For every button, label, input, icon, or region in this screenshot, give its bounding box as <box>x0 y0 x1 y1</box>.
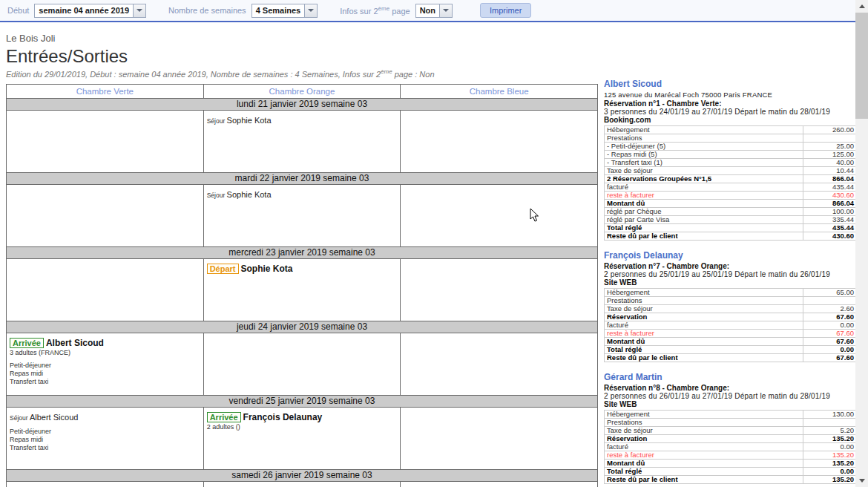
scroll-down-icon[interactable] <box>855 474 868 487</box>
arrivee-badge: Arrivée <box>207 412 241 422</box>
billing-label: Hébergement <box>605 411 803 419</box>
day-header-row: mardi 22 janvier 2019 semaine 03 <box>7 172 598 184</box>
guest-name: Sophie Kota <box>227 190 272 199</box>
billing-value: 0.00 <box>803 443 857 451</box>
occupants-text: 3 adultes (FRANCE) <box>10 349 200 357</box>
weeks-select[interactable]: 4 Semaines <box>251 4 318 18</box>
client-name: Gérard Martin <box>604 372 857 382</box>
calendar-cell <box>401 258 598 321</box>
infos-select[interactable]: Non <box>415 4 453 18</box>
billing-row: réglé par Carte Visa335.44 <box>605 216 857 224</box>
billing-row: Montant dû67.60 <box>605 338 857 346</box>
sejour-prefix: Séjour <box>207 117 227 125</box>
services-list: Petit-déjeunerRepas midiTransfert taxi <box>10 428 200 452</box>
booking-source: Booking.com <box>604 116 857 124</box>
guest-line: ArrivéeFrançois Delaunay <box>207 410 398 423</box>
billing-value: 10.44 <box>803 167 857 175</box>
billing-value: 430.60 <box>803 232 857 241</box>
sejour-prefix: Séjour <box>207 192 227 199</box>
print-button[interactable]: Imprimer <box>480 3 531 18</box>
billing-value: 25.00 <box>803 143 857 151</box>
guest-name: François Delaunay <box>243 412 323 422</box>
occupants-text: 2 adultes () <box>207 423 398 431</box>
service-item: Repas midi <box>10 370 200 378</box>
billing-label: Prestations <box>605 297 803 305</box>
chevron-down-icon[interactable] <box>439 4 452 17</box>
guest-name: Albert Sicoud <box>46 338 104 348</box>
billing-row: 2 Réservations Groupées N°1,5866.04 <box>605 175 857 183</box>
day-header: mardi 22 janvier 2019 semaine 03 <box>7 172 598 184</box>
billing-row: Hébergement65.00 <box>605 289 857 297</box>
chevron-down-icon[interactable] <box>133 4 145 17</box>
billing-label: Montant dû <box>605 200 803 208</box>
billing-value: 335.44 <box>803 216 857 224</box>
billing-row: réglé par Chèque100.00 <box>605 208 857 216</box>
billing-value: 2.60 <box>803 305 857 313</box>
reservation-title: Réservation n°1 - Chambre Verte: <box>604 99 857 108</box>
billing-value: 0.00 <box>803 346 857 354</box>
calendar-cell: Séjour Sophie Kota <box>203 184 401 246</box>
billing-row: facturé0.00 <box>605 443 857 451</box>
day-cells-row <box>7 481 598 487</box>
weeks-label: Nombre de semaines <box>168 6 246 15</box>
arrivee-badge: Arrivée <box>10 338 44 348</box>
guest-name: Albert Sicoud <box>30 413 78 422</box>
billing-value <box>803 134 857 143</box>
calendar-cell <box>7 258 204 321</box>
service-item: Transfert taxi <box>10 444 200 452</box>
day-header-row: vendredi 25 janvier 2019 semaine 03 <box>7 395 598 407</box>
scroll-up-icon[interactable] <box>855 0 868 13</box>
billing-row: reste à facturer135.20 <box>605 451 857 460</box>
billing-value: 435.44 <box>803 224 857 232</box>
billing-value: 135.20 <box>803 435 857 443</box>
chevron-down-icon[interactable] <box>304 4 317 17</box>
billing-label: Taxe de séjour <box>605 427 803 435</box>
billing-label: - Transfert taxi (1) <box>605 159 803 167</box>
calendar-cell: ArrivéeAlbert Sicoud3 adultes (FRANCE)Pe… <box>7 333 204 395</box>
debut-select[interactable]: semaine 04 année 2019 <box>34 4 146 18</box>
billing-value: 866.04 <box>803 175 857 183</box>
billing-label: reste à facturer <box>605 192 803 200</box>
billing-row: Montant dû135.20 <box>605 460 857 468</box>
billing-label: reste à facturer <box>605 451 803 460</box>
billing-table: Hébergement260.00Prestations- Petit-déje… <box>604 125 857 241</box>
billing-row: Reste dû par le client135.20 <box>605 476 857 484</box>
calendar-cell: Séjour Albert SicoudPetit-déjeunerRepas … <box>7 407 204 469</box>
guest-name: Sophie Kota <box>227 116 272 125</box>
mouse-cursor <box>530 208 539 223</box>
billing-label: Taxe de séjour <box>605 167 803 175</box>
billing-row: - Petit-déjeuner (5)25.00 <box>605 143 857 151</box>
billing-row: Hébergement130.00 <box>605 411 857 419</box>
billing-row: Prestations <box>605 297 857 305</box>
billing-row: Montant dû866.04 <box>605 200 857 208</box>
edition-line: Edition du 29/01/2019, Début : semaine 0… <box>6 68 598 79</box>
billing-row: Réservation135.20 <box>605 435 857 443</box>
scrollbar-thumb[interactable] <box>855 13 868 119</box>
billing-value: 65.00 <box>803 289 857 297</box>
reservation-info: 3 personnes du 24/01/19 au 27/01/19 Dépa… <box>604 108 857 116</box>
billing-value: 866.04 <box>803 200 857 208</box>
calendar-table: Chambre VerteChambre OrangeChambre Bleue… <box>6 84 598 487</box>
day-header: lundi 21 janvier 2019 semaine 03 <box>7 98 598 110</box>
billing-label: - Repas midi (5) <box>605 151 803 159</box>
billing-row: Prestations <box>605 419 857 427</box>
billing-label: Total réglé <box>605 346 803 354</box>
calendar-cell <box>401 481 598 487</box>
calendar-cell <box>203 481 401 487</box>
billing-value: 5.20 <box>803 427 857 435</box>
day-cells-row: Séjour Sophie Kota <box>7 110 598 172</box>
guest-line: Séjour Sophie Kota <box>207 113 398 126</box>
billing-label: Prestations <box>605 134 803 143</box>
report-area: Le Bois Joli Entrées/Sorties Edition du … <box>6 33 598 487</box>
calendar-cell <box>401 407 598 469</box>
calendar-cell <box>401 333 598 395</box>
billing-table: Hébergement65.00PrestationsTaxe de séjou… <box>604 288 857 362</box>
day-header: samedi 26 janvier 2019 semaine 03 <box>7 469 598 481</box>
billing-value: 67.60 <box>803 330 857 338</box>
day-cells-row: Séjour Sophie Kota <box>7 184 598 246</box>
booking-source: Site WEB <box>604 400 857 408</box>
client-section: Albert Sicoud125 avenue du Marécal Foch … <box>604 79 857 241</box>
day-header: vendredi 25 janvier 2019 semaine 03 <box>7 395 598 407</box>
calendar-cell: DépartSophie Kota <box>203 258 401 321</box>
scrollbar[interactable] <box>855 0 868 487</box>
